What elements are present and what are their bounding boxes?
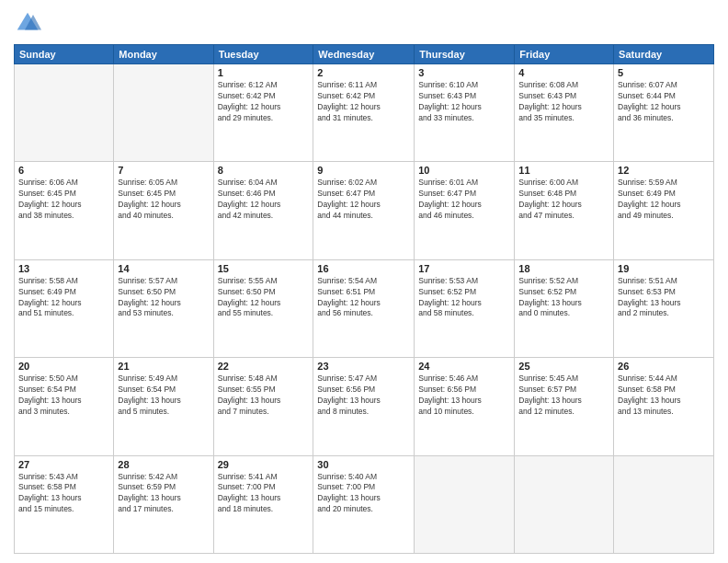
- day-number: 13: [18, 263, 109, 274]
- day-number: 29: [218, 459, 310, 470]
- cell-info: Sunrise: 6:11 AM Sunset: 6:42 PM Dayligh…: [317, 80, 410, 124]
- cell-info: Sunrise: 5:54 AM Sunset: 6:51 PM Dayligh…: [317, 276, 410, 320]
- cell-info: Sunrise: 5:42 AM Sunset: 6:59 PM Dayligh…: [118, 472, 209, 516]
- cell-info: Sunrise: 5:44 AM Sunset: 6:58 PM Dayligh…: [618, 373, 710, 418]
- cell-info: Sunrise: 5:45 AM Sunset: 6:57 PM Dayligh…: [518, 373, 609, 418]
- weekday-header-tuesday: Tuesday: [213, 45, 313, 64]
- week-row-1: 1Sunrise: 6:12 AM Sunset: 6:42 PM Daylig…: [15, 64, 714, 162]
- calendar-cell: 14Sunrise: 5:57 AM Sunset: 6:50 PM Dayli…: [114, 259, 213, 357]
- cell-info: Sunrise: 5:51 AM Sunset: 6:53 PM Dayligh…: [618, 276, 710, 320]
- calendar-cell: 8Sunrise: 6:04 AM Sunset: 6:46 PM Daylig…: [213, 162, 313, 259]
- day-number: 20: [18, 361, 109, 372]
- day-number: 5: [618, 67, 710, 78]
- calendar-cell: 3Sunrise: 6:10 AM Sunset: 6:43 PM Daylig…: [415, 64, 515, 162]
- weekday-header-thursday: Thursday: [415, 45, 515, 64]
- day-number: 10: [418, 165, 510, 176]
- weekday-header-row: SundayMondayTuesdayWednesdayThursdayFrid…: [15, 45, 714, 64]
- calendar-cell: 1Sunrise: 6:12 AM Sunset: 6:42 PM Daylig…: [213, 64, 313, 162]
- cell-info: Sunrise: 6:00 AM Sunset: 6:48 PM Dayligh…: [518, 178, 609, 222]
- week-row-2: 6Sunrise: 6:06 AM Sunset: 6:45 PM Daylig…: [15, 162, 714, 259]
- week-row-3: 13Sunrise: 5:58 AM Sunset: 6:49 PM Dayli…: [15, 259, 714, 357]
- calendar-cell: 4Sunrise: 6:08 AM Sunset: 6:43 PM Daylig…: [515, 64, 614, 162]
- calendar-cell: 10Sunrise: 6:01 AM Sunset: 6:47 PM Dayli…: [415, 162, 515, 259]
- calendar-cell: 20Sunrise: 5:50 AM Sunset: 6:54 PM Dayli…: [15, 358, 114, 455]
- calendar-cell: 24Sunrise: 5:46 AM Sunset: 6:56 PM Dayli…: [415, 358, 515, 455]
- cell-info: Sunrise: 5:52 AM Sunset: 6:52 PM Dayligh…: [518, 276, 609, 320]
- week-row-5: 27Sunrise: 5:43 AM Sunset: 6:58 PM Dayli…: [15, 455, 714, 553]
- logo: [14, 9, 45, 37]
- cell-info: Sunrise: 6:12 AM Sunset: 6:42 PM Dayligh…: [218, 80, 310, 124]
- cell-info: Sunrise: 5:41 AM Sunset: 7:00 PM Dayligh…: [218, 472, 310, 516]
- weekday-header-saturday: Saturday: [614, 45, 714, 64]
- calendar-cell: 25Sunrise: 5:45 AM Sunset: 6:57 PM Dayli…: [515, 358, 614, 455]
- day-number: 15: [218, 263, 310, 274]
- page: SundayMondayTuesdayWednesdayThursdayFrid…: [0, 0, 728, 563]
- day-number: 24: [418, 361, 510, 372]
- header: [14, 9, 714, 37]
- calendar-cell: 28Sunrise: 5:42 AM Sunset: 6:59 PM Dayli…: [114, 455, 213, 553]
- calendar-cell: 22Sunrise: 5:48 AM Sunset: 6:55 PM Dayli…: [213, 358, 313, 455]
- calendar-cell: [15, 64, 114, 162]
- calendar-table: SundayMondayTuesdayWednesdayThursdayFrid…: [14, 44, 714, 554]
- calendar-cell: 16Sunrise: 5:54 AM Sunset: 6:51 PM Dayli…: [313, 259, 415, 357]
- day-number: 8: [218, 165, 310, 176]
- calendar-cell: 6Sunrise: 6:06 AM Sunset: 6:45 PM Daylig…: [15, 162, 114, 259]
- day-number: 2: [317, 67, 410, 78]
- cell-info: Sunrise: 6:07 AM Sunset: 6:44 PM Dayligh…: [618, 80, 710, 124]
- calendar-cell: 9Sunrise: 6:02 AM Sunset: 6:47 PM Daylig…: [313, 162, 415, 259]
- cell-info: Sunrise: 6:04 AM Sunset: 6:46 PM Dayligh…: [218, 178, 310, 222]
- calendar-cell: 7Sunrise: 6:05 AM Sunset: 6:45 PM Daylig…: [114, 162, 213, 259]
- calendar-cell: 19Sunrise: 5:51 AM Sunset: 6:53 PM Dayli…: [614, 259, 714, 357]
- day-number: 25: [518, 361, 609, 372]
- day-number: 18: [518, 263, 609, 274]
- calendar-cell: 5Sunrise: 6:07 AM Sunset: 6:44 PM Daylig…: [614, 64, 714, 162]
- day-number: 16: [317, 263, 410, 274]
- calendar-cell: 17Sunrise: 5:53 AM Sunset: 6:52 PM Dayli…: [415, 259, 515, 357]
- calendar-cell: 23Sunrise: 5:47 AM Sunset: 6:56 PM Dayli…: [313, 358, 415, 455]
- cell-info: Sunrise: 6:08 AM Sunset: 6:43 PM Dayligh…: [518, 80, 609, 124]
- calendar-cell: 26Sunrise: 5:44 AM Sunset: 6:58 PM Dayli…: [614, 358, 714, 455]
- day-number: 19: [618, 263, 710, 274]
- day-number: 6: [18, 165, 109, 176]
- cell-info: Sunrise: 5:46 AM Sunset: 6:56 PM Dayligh…: [418, 373, 510, 418]
- calendar-cell: 13Sunrise: 5:58 AM Sunset: 6:49 PM Dayli…: [15, 259, 114, 357]
- calendar-cell: 21Sunrise: 5:49 AM Sunset: 6:54 PM Dayli…: [114, 358, 213, 455]
- day-number: 22: [218, 361, 310, 372]
- cell-info: Sunrise: 5:59 AM Sunset: 6:49 PM Dayligh…: [618, 178, 710, 222]
- day-number: 23: [317, 361, 410, 372]
- calendar-cell: 2Sunrise: 6:11 AM Sunset: 6:42 PM Daylig…: [313, 64, 415, 162]
- cell-info: Sunrise: 5:43 AM Sunset: 6:58 PM Dayligh…: [18, 472, 109, 516]
- weekday-header-wednesday: Wednesday: [313, 45, 415, 64]
- day-number: 11: [518, 165, 609, 176]
- cell-info: Sunrise: 5:53 AM Sunset: 6:52 PM Dayligh…: [418, 276, 510, 320]
- weekday-header-friday: Friday: [515, 45, 614, 64]
- calendar-cell: [114, 64, 213, 162]
- calendar-cell: 18Sunrise: 5:52 AM Sunset: 6:52 PM Dayli…: [515, 259, 614, 357]
- day-number: 17: [418, 263, 510, 274]
- day-number: 7: [118, 165, 209, 176]
- calendar-cell: 11Sunrise: 6:00 AM Sunset: 6:48 PM Dayli…: [515, 162, 614, 259]
- day-number: 30: [317, 459, 410, 470]
- calendar-cell: [415, 455, 515, 553]
- weekday-header-sunday: Sunday: [15, 45, 114, 64]
- calendar-cell: 12Sunrise: 5:59 AM Sunset: 6:49 PM Dayli…: [614, 162, 714, 259]
- calendar-cell: [515, 455, 614, 553]
- day-number: 21: [118, 361, 209, 372]
- day-number: 28: [118, 459, 209, 470]
- day-number: 12: [618, 165, 710, 176]
- cell-info: Sunrise: 5:48 AM Sunset: 6:55 PM Dayligh…: [218, 373, 310, 418]
- cell-info: Sunrise: 6:02 AM Sunset: 6:47 PM Dayligh…: [317, 178, 410, 222]
- cell-info: Sunrise: 6:05 AM Sunset: 6:45 PM Dayligh…: [118, 178, 209, 222]
- cell-info: Sunrise: 6:06 AM Sunset: 6:45 PM Dayligh…: [18, 178, 109, 222]
- calendar-cell: 30Sunrise: 5:40 AM Sunset: 7:00 PM Dayli…: [313, 455, 415, 553]
- cell-info: Sunrise: 5:50 AM Sunset: 6:54 PM Dayligh…: [18, 373, 109, 418]
- day-number: 26: [618, 361, 710, 372]
- cell-info: Sunrise: 6:10 AM Sunset: 6:43 PM Dayligh…: [418, 80, 510, 124]
- cell-info: Sunrise: 5:47 AM Sunset: 6:56 PM Dayligh…: [317, 373, 410, 418]
- day-number: 3: [418, 67, 510, 78]
- cell-info: Sunrise: 5:57 AM Sunset: 6:50 PM Dayligh…: [118, 276, 209, 320]
- cell-info: Sunrise: 6:01 AM Sunset: 6:47 PM Dayligh…: [418, 178, 510, 222]
- week-row-4: 20Sunrise: 5:50 AM Sunset: 6:54 PM Dayli…: [15, 358, 714, 455]
- calendar-cell: 29Sunrise: 5:41 AM Sunset: 7:00 PM Dayli…: [213, 455, 313, 553]
- day-number: 1: [218, 67, 310, 78]
